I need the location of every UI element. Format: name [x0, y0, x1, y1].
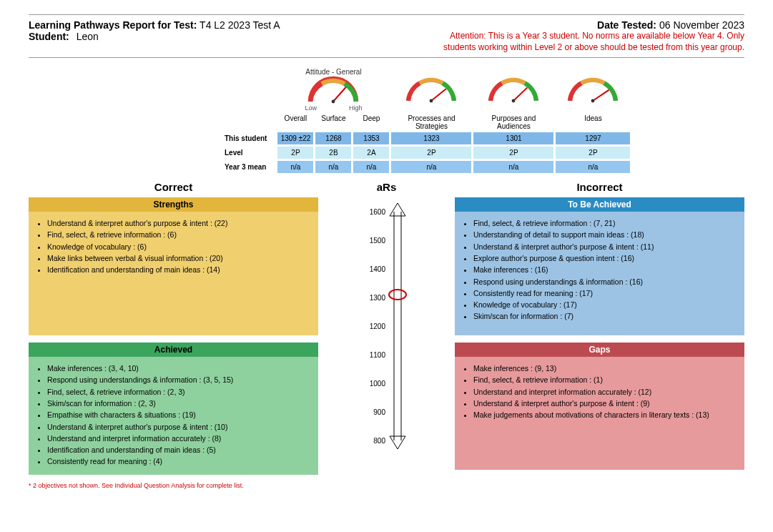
list-item: Skim/scan for information : (2, 3) — [47, 398, 310, 409]
list-item: Make judgements about motivations of cha… — [473, 409, 736, 420]
correct-heading: Correct — [29, 181, 318, 193]
svg-line-2 — [431, 89, 446, 101]
gauge-purposes-icon — [485, 75, 542, 104]
student-prefix: Student: — [29, 31, 69, 42]
list-item: Explore author's purpose & question inte… — [473, 252, 736, 264]
tba-title: To Be Achieved — [455, 197, 744, 212]
achieved-title: Achieved — [29, 343, 318, 357]
gauge-attitude-icon — [305, 76, 362, 104]
list-item: Make inferences : (9, 13) — [473, 363, 736, 374]
tick: 1600 — [369, 208, 385, 216]
summary-section: Attitude - General Low High — [222, 65, 744, 175]
tick: 1000 — [369, 380, 385, 388]
tick: 1100 — [369, 351, 385, 359]
svg-line-0 — [333, 87, 346, 102]
strengths-list: Understand & interpret author's purpose … — [36, 217, 310, 275]
tick: 1200 — [369, 322, 385, 330]
section-titles: Correct aRs Incorrect — [29, 181, 744, 193]
list-item: Identification and understanding of main… — [47, 444, 310, 455]
student: Student: Leon — [29, 31, 99, 53]
warning-line1: Attention: This is a Year 3 student. No … — [443, 31, 744, 42]
svg-marker-11 — [390, 436, 405, 449]
col-ideas: Ideas — [556, 114, 630, 130]
title: Learning Pathways Report for Test: T4 L2… — [29, 19, 280, 31]
list-item: Knowledge of vocabulary : (6) — [47, 241, 310, 252]
list-item: Understand and interpret information acc… — [47, 433, 310, 444]
svg-line-6 — [593, 89, 609, 100]
strengths-title: Strengths — [29, 197, 318, 212]
gauge-ideas-icon — [564, 75, 621, 104]
row-level: Level 2P 2B 2A 2P 2P 2P — [224, 147, 630, 159]
test-name: T4 L2 2023 Test A — [200, 19, 280, 31]
tba-panel: To Be Achieved Find, select, & retrieve … — [455, 197, 744, 335]
achieved-list: Make inferences : (3, 4, 10) Respond usi… — [36, 363, 310, 467]
list-item: Empathise with characters & situations :… — [47, 409, 310, 420]
date-prefix: Date Tested: — [597, 19, 656, 31]
gauge-low: Low — [305, 104, 317, 112]
tick: 1500 — [369, 237, 385, 245]
col-deep: Deep — [353, 114, 389, 130]
list-item: Find, select, & retrieve information : (… — [473, 374, 736, 385]
list-item: Skim/scan for information : (7) — [473, 310, 736, 322]
warning-message: Attention: This is a Year 3 student. No … — [443, 31, 744, 53]
row-this-student: This student 1309 ±22 1268 1353 1323 130… — [224, 132, 630, 144]
gauge-title: Attitude - General — [305, 68, 361, 76]
tick: 900 — [373, 408, 385, 416]
list-item: Make links between verbal & visual infor… — [47, 252, 310, 264]
list-item: Find, select, & retrieve information : (… — [47, 386, 310, 398]
list-item: Understand and interpret information acc… — [473, 386, 736, 398]
row-label: Level — [224, 147, 275, 159]
ars-heading: aRs — [318, 181, 455, 193]
svg-line-4 — [513, 87, 527, 100]
footnote: * 2 objectives not shown. See Individual… — [29, 482, 318, 489]
score-table: Attitude - General Low High — [222, 65, 632, 175]
col-surface: Surface — [315, 114, 351, 130]
warning-line2: students working within Level 2 or above… — [443, 42, 744, 54]
list-item: Consistently read for meaning : (17) — [473, 287, 736, 299]
student-name: Leon — [77, 31, 99, 42]
ars-marker — [389, 290, 406, 300]
achieved-panel: Achieved Make inferences : (3, 4, 10) Re… — [29, 343, 318, 474]
col-processes: Processes and Strategies — [391, 114, 471, 130]
gauge-high: High — [349, 104, 363, 112]
list-item: Understand & interpret author's purpose … — [47, 421, 310, 433]
svg-point-1 — [332, 100, 335, 104]
row-label: This student — [224, 132, 275, 144]
gaps-panel: Gaps Make inferences : (9, 13) Find, sel… — [455, 343, 744, 470]
col-purposes: Purposes and Audiences — [473, 114, 553, 130]
list-item: Make inferences : (16) — [473, 264, 736, 275]
list-item: Understand & interpret author's purpose … — [473, 241, 736, 252]
list-item: Find, select, & retrieve information : (… — [47, 229, 310, 240]
svg-point-5 — [512, 99, 516, 102]
list-item: Knowledge of vocabulary : (17) — [473, 299, 736, 310]
list-item: Respond using understandings & informati… — [47, 374, 310, 385]
date-tested: Date Tested: 06 November 2023 — [597, 19, 744, 31]
incorrect-heading: Incorrect — [455, 181, 744, 193]
svg-marker-10 — [390, 203, 405, 216]
list-item: Find, select, & retrieve information : (… — [473, 217, 736, 229]
list-item: Consistently read for meaning : (4) — [47, 455, 310, 467]
list-item: Understanding of detail to support main … — [473, 229, 736, 240]
list-item: Understand & interpret author's purpose … — [473, 398, 736, 409]
gauge-processes-icon — [403, 75, 460, 104]
gaps-list: Make inferences : (9, 13) Find, select, … — [462, 363, 736, 420]
list-item: Make inferences : (3, 4, 10) — [47, 363, 310, 374]
row-label: Year 3 mean — [224, 161, 275, 173]
report-header: Learning Pathways Report for Test: T4 L2… — [29, 14, 744, 58]
gaps-title: Gaps — [455, 343, 744, 357]
tick: 1300 — [369, 294, 385, 302]
tba-list: Find, select, & retrieve information : (… — [462, 217, 736, 322]
svg-point-3 — [430, 99, 433, 102]
ars-scale: 1600 1500 1400 1300 1200 1100 1000 900 8… — [344, 197, 430, 455]
tick: 1400 — [369, 265, 385, 273]
list-item: Understand & interpret author's purpose … — [47, 217, 310, 229]
date-value: 06 November 2023 — [659, 19, 744, 31]
col-overall: Overall — [277, 114, 313, 130]
list-item: Respond using understandings & informati… — [473, 276, 736, 287]
strengths-panel: Strengths Understand & interpret author'… — [29, 197, 318, 335]
row-year3-mean: Year 3 mean n/a n/a n/a n/a n/a n/a — [224, 161, 630, 173]
list-item: Identification and understanding of main… — [47, 264, 310, 275]
title-prefix: Learning Pathways Report for Test: — [29, 19, 197, 31]
tick: 800 — [373, 437, 385, 445]
svg-point-7 — [591, 99, 595, 102]
